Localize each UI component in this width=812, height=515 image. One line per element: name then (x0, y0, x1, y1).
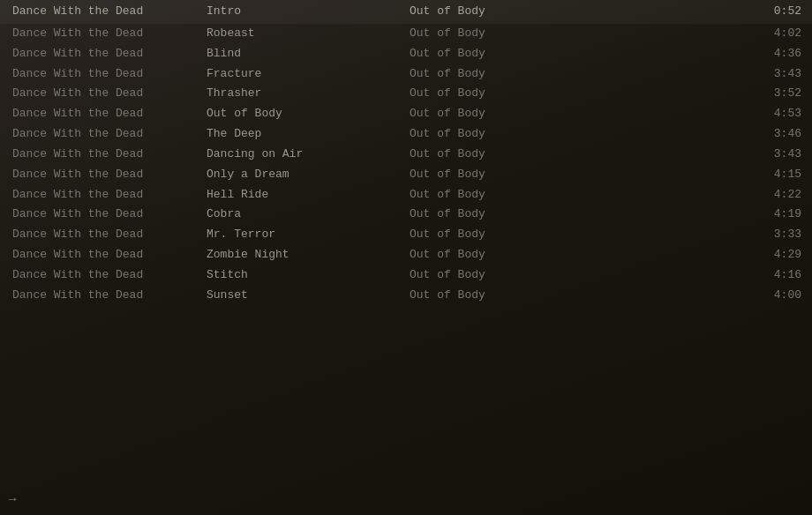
track-album: Out of Body (410, 46, 613, 63)
track-album: Out of Body (410, 126, 613, 143)
track-album: Out of Body (410, 26, 613, 42)
track-row[interactable]: Dance With the DeadOnly a DreamOut of Bo… (0, 165, 812, 185)
track-row[interactable]: Dance With the DeadStitchOut of Body4:16 (0, 265, 812, 286)
track-row[interactable]: Dance With the DeadBlindOut of Body4:36 (0, 44, 812, 64)
track-album: Out of Body (410, 287, 613, 304)
track-album: Out of Body (410, 106, 613, 123)
track-row[interactable]: Dance With the DeadRobeastOut of Body4:0… (0, 24, 812, 44)
track-duration: 4:53 (613, 106, 801, 123)
track-row[interactable]: Dance With the DeadDancing on AirOut of … (0, 145, 812, 165)
track-duration: 3:52 (613, 86, 801, 102)
track-album: Out of Body (410, 206, 613, 223)
track-album: Out of Body (410, 227, 613, 243)
track-duration: 3:43 (613, 146, 801, 163)
track-row[interactable]: Dance With the DeadHell RideOut of Body4… (0, 185, 812, 205)
track-row[interactable]: Dance With the DeadThrasherOut of Body3:… (0, 84, 812, 104)
track-title: Sunset (207, 287, 410, 304)
track-title: Stitch (207, 267, 410, 284)
track-list: Dance With the Dead Intro Out of Body 0:… (0, 0, 812, 306)
track-album: Out of Body (410, 146, 613, 163)
track-title: Out of Body (207, 106, 410, 123)
track-title: The Deep (207, 126, 410, 143)
track-artist: Dance With the Dead (12, 167, 207, 183)
track-artist: Dance With the Dead (12, 206, 207, 223)
track-row[interactable]: Dance With the DeadFractureOut of Body3:… (0, 64, 812, 85)
track-duration: 4:22 (613, 187, 801, 204)
track-title: Only a Dream (207, 167, 410, 183)
header-album: Out of Body (410, 4, 613, 20)
track-duration: 3:46 (613, 126, 801, 143)
track-artist: Dance With the Dead (12, 86, 207, 102)
track-artist: Dance With the Dead (12, 247, 207, 264)
header-title: Intro (207, 4, 410, 20)
track-duration: 4:19 (613, 206, 801, 223)
track-album: Out of Body (410, 86, 613, 102)
track-title: Dancing on Air (207, 146, 410, 163)
track-list-header: Dance With the Dead Intro Out of Body 0:… (0, 0, 812, 24)
track-duration: 4:00 (613, 287, 801, 304)
track-artist: Dance With the Dead (12, 66, 207, 83)
track-album: Out of Body (410, 247, 613, 264)
track-artist: Dance With the Dead (12, 146, 207, 163)
track-duration: 4:29 (613, 247, 801, 264)
track-artist: Dance With the Dead (12, 106, 207, 123)
track-row[interactable]: Dance With the DeadZombie NightOut of Bo… (0, 245, 812, 265)
track-album: Out of Body (410, 66, 613, 83)
track-row[interactable]: Dance With the DeadThe DeepOut of Body3:… (0, 124, 812, 145)
track-duration: 4:02 (613, 26, 801, 42)
header-duration: 0:52 (613, 4, 801, 20)
arrow-icon: → (9, 492, 16, 506)
track-artist: Dance With the Dead (12, 187, 207, 204)
track-title: Cobra (207, 206, 410, 223)
track-title: Zombie Night (207, 247, 410, 264)
track-artist: Dance With the Dead (12, 26, 207, 42)
track-artist: Dance With the Dead (12, 46, 207, 63)
track-duration: 4:36 (613, 46, 801, 63)
track-duration: 4:15 (613, 167, 801, 183)
track-title: Thrasher (207, 86, 410, 102)
track-row[interactable]: Dance With the DeadSunsetOut of Body4:00 (0, 286, 812, 306)
track-artist: Dance With the Dead (12, 126, 207, 143)
track-title: Blind (207, 46, 410, 63)
track-row[interactable]: Dance With the DeadOut of BodyOut of Bod… (0, 104, 812, 124)
track-title: Mr. Terror (207, 227, 410, 243)
header-artist: Dance With the Dead (12, 4, 207, 20)
track-title: Robeast (207, 26, 410, 42)
track-duration: 3:33 (613, 227, 801, 243)
track-album: Out of Body (410, 267, 613, 284)
track-artist: Dance With the Dead (12, 227, 207, 243)
track-album: Out of Body (410, 167, 613, 183)
track-title: Fracture (207, 66, 410, 83)
track-duration: 3:43 (613, 66, 801, 83)
track-title: Hell Ride (207, 187, 410, 204)
track-artist: Dance With the Dead (12, 267, 207, 284)
track-duration: 4:16 (613, 267, 801, 284)
track-row[interactable]: Dance With the DeadMr. TerrorOut of Body… (0, 225, 812, 245)
track-album: Out of Body (410, 187, 613, 204)
track-artist: Dance With the Dead (12, 287, 207, 304)
track-row[interactable]: Dance With the DeadCobraOut of Body4:19 (0, 205, 812, 225)
